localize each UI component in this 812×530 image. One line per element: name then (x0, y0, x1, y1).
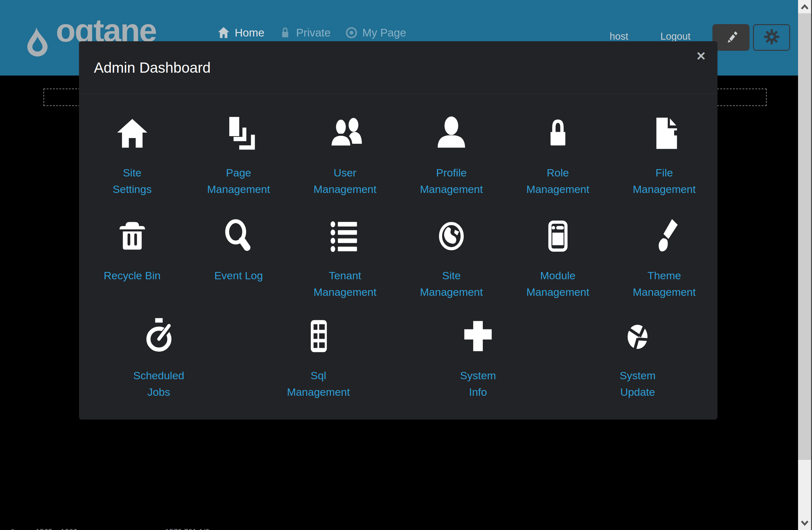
username-link[interactable]: host (610, 31, 628, 42)
file-icon (647, 114, 682, 152)
lock-icon (279, 26, 291, 39)
scroll-up-icon[interactable] (798, 0, 811, 13)
tile-label: UserManagement (314, 164, 377, 197)
modal-title: Admin Dashboard (94, 59, 211, 76)
admin-dashboard-modal: Admin Dashboard ✕ SiteSettings (79, 41, 717, 419)
tile-event-log[interactable]: Event Log (186, 217, 292, 300)
house-icon (217, 26, 230, 39)
globe-icon (434, 217, 469, 255)
medical-cross-icon (461, 317, 495, 355)
lock-icon (541, 114, 575, 152)
person-icon (434, 114, 468, 152)
aperture-icon (620, 317, 655, 355)
people-icon (327, 114, 363, 152)
home-icon (115, 114, 149, 152)
tile-label: ThemeManagement (633, 267, 696, 300)
control-panel-button[interactable] (753, 24, 790, 51)
clipped-text-fragment: 1570 701 1/6 (165, 528, 209, 530)
close-icon[interactable]: ✕ (696, 50, 706, 62)
gear-icon (764, 29, 780, 46)
tile-tenant-management[interactable]: TenantManagement (292, 217, 398, 300)
brush-icon (647, 217, 682, 255)
tile-label: SiteSettings (113, 164, 151, 197)
tile-sql-management[interactable]: SqlManagement (238, 317, 398, 400)
main-nav: Home Private My Page (217, 26, 406, 39)
browser-icon (540, 217, 575, 255)
vertical-scrollbar[interactable] (798, 0, 812, 530)
tile-label: PageManagement (207, 164, 270, 197)
tile-page-management[interactable]: PageManagement (186, 114, 292, 197)
nav-item-my-page[interactable]: My Page (345, 26, 406, 39)
droplet-logo-icon (21, 19, 53, 63)
edit-mode-button[interactable] (712, 24, 750, 51)
tile-site-settings[interactable]: SiteSettings (79, 114, 186, 197)
bottom-clipped-strip: ‖ 1565 x 1080px 1570 701 1/6 (0, 528, 812, 530)
tile-label: TenantManagement (314, 267, 377, 300)
tile-label: SqlManagement (287, 367, 350, 400)
tile-row-1: SiteSettings PageManagement (79, 114, 717, 197)
tile-scheduled-jobs[interactable]: ScheduledJobs (79, 317, 238, 400)
tile-label: SiteManagement (420, 267, 483, 300)
nav-item-home[interactable]: Home (217, 26, 264, 39)
tile-label: Recycle Bin (104, 267, 161, 284)
magnifier-icon (221, 217, 256, 255)
spreadsheet-icon (301, 317, 336, 355)
tile-label: Event Log (214, 267, 263, 284)
timer-icon (140, 317, 178, 355)
site-logo[interactable]: oqtane (21, 19, 53, 63)
tile-site-management[interactable]: SiteManagement (398, 217, 505, 300)
tile-label: SystemInfo (460, 367, 496, 400)
tile-user-management[interactable]: UserManagement (292, 114, 398, 197)
modal-header: Admin Dashboard ✕ (79, 41, 717, 94)
nav-item-private[interactable]: Private (279, 26, 331, 39)
tile-row-2: Recycle Bin Event Log (79, 217, 717, 300)
tile-module-management[interactable]: ModuleManagement (505, 217, 611, 300)
nav-label: My Page (362, 26, 406, 39)
tile-file-management[interactable]: FileManagement (611, 114, 718, 197)
nav-label: Home (235, 26, 264, 39)
logout-link[interactable]: Logout (661, 31, 691, 42)
list-icon (329, 217, 362, 255)
scrollbar-thumb[interactable] (798, 13, 811, 460)
tile-system-update[interactable]: SystemUpdate (558, 317, 717, 400)
pencil-icon (724, 29, 739, 46)
clipped-text-fragment: 1565 x 1080px (35, 528, 85, 530)
tile-role-management[interactable]: RoleManagement (505, 114, 611, 197)
tile-theme-management[interactable]: ThemeManagement (611, 217, 718, 300)
tile-label: ScheduledJobs (133, 367, 184, 400)
tile-label: RoleManagement (526, 164, 589, 197)
tile-recycle-bin[interactable]: Recycle Bin (79, 217, 186, 300)
tile-system-info[interactable]: SystemInfo (398, 317, 558, 400)
nav-label: Private (296, 26, 331, 39)
tile-label: ModuleManagement (526, 267, 589, 300)
tile-row-3: ScheduledJobs SqlManagement (79, 317, 717, 400)
tile-label: ProfileManagement (420, 164, 483, 197)
tile-label: SystemUpdate (620, 367, 656, 400)
tile-profile-management[interactable]: ProfileManagement (398, 114, 505, 197)
tile-label: FileManagement (633, 164, 696, 197)
scroll-down-icon[interactable] (798, 517, 811, 530)
pages-icon (221, 114, 256, 152)
clipped-text-fragment: ‖ (11, 528, 16, 530)
target-icon (345, 26, 358, 39)
trash-icon (115, 217, 149, 255)
